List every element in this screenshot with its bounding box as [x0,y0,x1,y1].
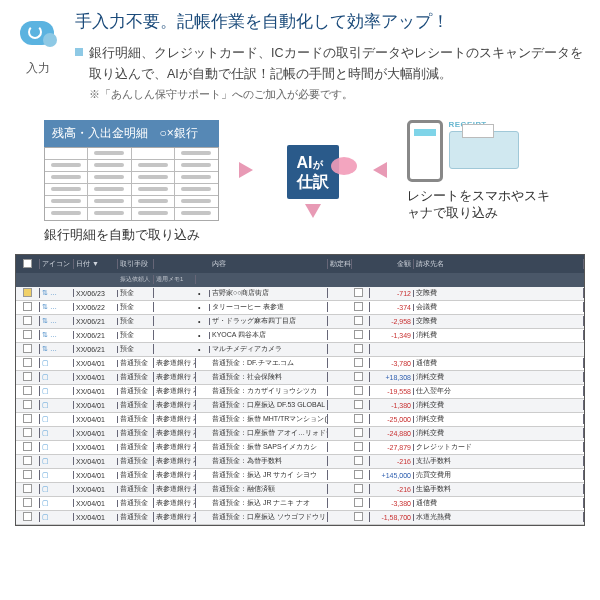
row-method: 預金 [118,316,154,326]
table-row[interactable]: ▢XX/04/01普通預金表参道銀行 本店普通預金：口座振込 DF.53 GLO… [16,399,584,413]
row-payee: 普通預金：振替 SAPSイメカカシ [210,442,328,452]
row-type-icon: ⇅ … [40,289,74,297]
table-row[interactable]: ▢XX/04/01普通預金表参道銀行 本店普通預金：振込 JR ナニキ ナオ-3… [16,497,584,511]
row-checkbox[interactable] [23,456,32,465]
row-flag[interactable] [354,330,363,339]
row-category: クレジットカード [414,442,584,452]
row-payee: 普通預金：DF.チマエ.コム [210,358,328,368]
row-type-icon: ▢ [40,513,74,521]
table-row[interactable]: ▢XX/04/01普通預金表参道銀行 本店普通預金：口座振替 アオイ…リォドウシ… [16,427,584,441]
row-payee: 普通預金：口座振込 DF.53 GLOBAL [210,400,328,410]
row-flag[interactable] [354,498,363,507]
row-memo: 表参道銀行 本店 [154,442,196,452]
row-type-icon: ▢ [40,415,74,423]
row-checkbox[interactable] [23,498,32,507]
table-row[interactable]: ⇅ …XX/06/21預金•ザ・ドラッグ麻布四丁目店-2,958交際費 [16,315,584,329]
row-checkbox[interactable] [23,344,32,353]
row-date: XX/04/01 [74,416,118,423]
table-row[interactable]: ▢XX/04/01普通預金表参道銀行 本店普通預金：DF.チマエ.コム-3,78… [16,357,584,371]
row-method: 預金 [118,288,154,298]
row-method: 普通預金 [118,484,154,494]
row-flag[interactable] [354,372,363,381]
row-method: 普通預金 [118,470,154,480]
row-memo: 表参道銀行 本店 [154,512,196,522]
row-flag[interactable] [354,288,363,297]
col-date[interactable]: 日付 ▼ [74,259,118,269]
table-row[interactable]: ⇅ …XX/06/22預金•タリーコーヒー 表参道-374会議費 [16,301,584,315]
row-checkbox[interactable] [23,400,32,409]
table-row[interactable]: ▢XX/04/01普通預金表参道銀行 本店普通預金：振替 MHT/TRマンション… [16,413,584,427]
table-row[interactable]: ▢XX/04/01普通預金表参道銀行 本店普通預金：振込 JR サカイ シヨウ+… [16,469,584,483]
col-amount[interactable]: 金額 [370,259,414,269]
row-category: 消耗費 [414,330,584,340]
row-type-icon: ▢ [40,457,74,465]
col-payee[interactable]: 請求先名 [414,259,584,269]
row-flag[interactable] [354,400,363,409]
row-checkbox[interactable] [23,414,32,423]
row-checkbox[interactable] [23,372,32,381]
row-checkbox[interactable] [23,386,32,395]
row-category: 消耗交費 [414,400,584,410]
row-type-icon: ⇅ … [40,331,74,339]
checkbox-all[interactable] [23,259,32,268]
row-flag[interactable] [354,302,363,311]
table-row[interactable]: ▢XX/04/01普通預金表参道銀行 本店普通預金：融信済額-216生協手数料 [16,483,584,497]
table-row[interactable]: ⇅ …XX/06/21預金•KYOCA 四谷本店-1,349消耗費 [16,329,584,343]
row-memo: 表参道銀行 本店 [154,400,196,410]
col-account[interactable]: 勘定科目 [328,259,352,269]
bank-statement-graphic: 残高・入出金明細 ○×銀行 銀行明細を自動で取り込み [44,120,219,244]
col-type[interactable]: 取引手段 [118,259,154,269]
row-memo: 表参道銀行 本店 [154,456,196,466]
table-row[interactable]: ▢XX/04/01普通預金表参道銀行 本店普通預金：社会保険料+18,308消耗… [16,371,584,385]
row-flag[interactable] [354,456,363,465]
row-checkbox[interactable] [23,302,32,311]
col-icon[interactable]: アイコン [40,259,74,269]
row-flag[interactable] [354,344,363,353]
table-row[interactable]: ▢XX/04/01普通預金表参道銀行 本店普通預金：振替 SAPSイメカカシ-2… [16,441,584,455]
row-flag[interactable] [354,512,363,521]
table-row[interactable]: ▢XX/04/01普通預金表参道銀行 本店普通預金：口座振込 ソウゴフドウリヨ … [16,511,584,525]
row-checkbox[interactable] [23,330,32,339]
row-date: XX/04/01 [74,360,118,367]
row-date: XX/06/21 [74,318,118,325]
row-checkbox[interactable] [23,358,32,367]
row-flag[interactable] [354,316,363,325]
row-type-icon: ⇅ … [40,345,74,353]
row-amount: -27,879 [370,444,414,451]
row-flag[interactable] [354,358,363,367]
row-memo: 表参道銀行 本店 [154,386,196,396]
row-memo: 表参道銀行 本店 [154,358,196,368]
row-method: 普通預金 [118,512,154,522]
row-flag[interactable] [354,470,363,479]
table-row[interactable]: ⇅ …XX/06/23預金•吉野家○○商店街店-712交際費 [16,287,584,301]
row-method: 普通預金 [118,442,154,452]
row-flag[interactable] [354,414,363,423]
bank-header: 残高・入出金明細 ○×銀行 [44,120,219,147]
row-type-icon: ⇅ … [40,303,74,311]
row-date: XX/06/22 [74,304,118,311]
row-flag[interactable] [354,484,363,493]
row-checkbox[interactable] [23,428,32,437]
arrow-down-icon [303,204,323,226]
note: ※「あんしん保守サポート」へのご加入が必要です。 [89,88,585,102]
row-checkbox[interactable] [23,484,32,493]
row-flag[interactable] [354,428,363,437]
row-category: 売買交費用 [414,470,584,480]
table-row[interactable]: ▢XX/04/01普通預金表参道銀行 本店普通預金：為替手数料-216支払手数料 [16,455,584,469]
row-checkbox[interactable] [23,316,32,325]
row-checkbox[interactable] [23,470,32,479]
row-checkbox[interactable] [23,512,32,521]
arrow-right-icon [239,160,267,180]
printer-icon [449,131,519,169]
row-memo: 表参道銀行 本店 [154,484,196,494]
table-row[interactable]: ⇅ …XX/06/21預金•マルチメディアカメラ [16,343,584,357]
row-payee: 普通預金：為替手数料 [210,456,328,466]
table-row[interactable]: ▢XX/04/01普通預金表参道銀行 本店普通預金：カカザイリョウシツカ-19,… [16,385,584,399]
row-checkbox[interactable] [23,288,32,297]
row-flag[interactable] [354,386,363,395]
row-flag[interactable] [354,442,363,451]
col-content[interactable]: 内容 [210,259,328,269]
description: 銀行明細、クレジットカード、ICカードの取引データやレシートのスキャンデータを取… [89,43,585,86]
row-checkbox[interactable] [23,442,32,451]
row-category: 仕入翌年分 [414,386,584,396]
